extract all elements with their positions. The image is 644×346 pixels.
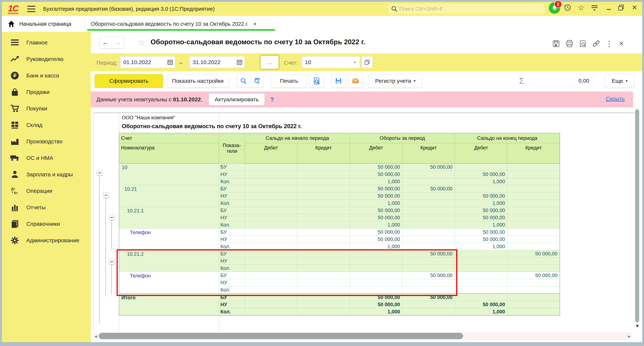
col-header-debit[interactable]: Дебет (245, 143, 297, 164)
value-cell[interactable] (508, 221, 560, 229)
value-cell[interactable] (297, 265, 350, 272)
value-cell[interactable] (297, 279, 350, 286)
calendar-icon[interactable] (165, 56, 175, 68)
tree-collapse-button[interactable] (109, 259, 114, 265)
hamburger-menu-icon[interactable] (27, 6, 36, 12)
value-cell[interactable] (297, 178, 350, 185)
value-cell[interactable] (297, 258, 350, 265)
value-cell[interactable]: 50 000,00 (350, 163, 402, 171)
value-cell[interactable]: 50 000,00 (350, 294, 402, 301)
value-cell[interactable]: 50 000,00 (350, 301, 402, 308)
scroll-down-icon[interactable]: ▼ (635, 324, 639, 329)
value-cell[interactable]: 50 000,00 (508, 250, 560, 258)
print-preview-button[interactable] (309, 74, 324, 88)
scroll-right-icon[interactable]: ▸ (628, 334, 630, 339)
help-icon[interactable]: ? (270, 96, 274, 103)
indicator-cell[interactable]: Кол. (219, 286, 245, 294)
period-picker-button[interactable]: ... (260, 55, 278, 69)
indicator-cell[interactable]: Кол. (219, 200, 245, 207)
indicator-cell[interactable]: Кол. (219, 308, 245, 316)
value-cell[interactable]: 50 000,00 (455, 301, 507, 308)
value-cell[interactable] (455, 286, 507, 294)
tab-home[interactable]: Начальная страница (2, 16, 85, 32)
value-cell[interactable] (297, 294, 350, 301)
restore-window-icon[interactable] (616, 2, 626, 12)
history-icon[interactable] (562, 2, 573, 12)
value-cell[interactable] (508, 178, 560, 185)
actualize-button[interactable]: Актуализировать (209, 93, 265, 106)
value-cell[interactable] (350, 258, 402, 265)
sidebar-item-3[interactable]: ₽Банк и касса (2, 68, 91, 83)
value-cell[interactable] (508, 308, 560, 316)
indicator-cell[interactable]: НУ (219, 301, 245, 308)
value-cell[interactable] (245, 185, 297, 192)
close-window-icon[interactable]: ✕ (630, 2, 640, 12)
value-cell[interactable] (297, 243, 350, 250)
value-cell[interactable] (350, 250, 402, 258)
indicator-cell[interactable]: НУ (219, 279, 245, 286)
value-cell[interactable] (350, 272, 402, 279)
value-cell[interactable] (455, 294, 507, 301)
account-name-cell[interactable]: 10.21.1 (119, 207, 219, 229)
value-cell[interactable] (508, 236, 560, 243)
sidebar-item-13[interactable]: Администрирование (2, 233, 91, 248)
value-cell[interactable]: 50 000,00 (455, 207, 507, 214)
sidebar-item-5[interactable]: Покупки (2, 101, 91, 116)
value-cell[interactable]: 1,000 (455, 221, 507, 229)
col-header-indicators[interactable]: Показа- тели (219, 133, 245, 163)
value-cell[interactable] (245, 250, 297, 258)
more-actions-icon[interactable]: ⋮ (604, 39, 614, 48)
value-cell[interactable] (508, 301, 560, 308)
value-cell[interactable] (297, 308, 350, 316)
notifications-bell-icon[interactable]: 2 (548, 1, 561, 14)
value-cell[interactable] (245, 163, 297, 171)
value-cell[interactable] (245, 221, 297, 229)
value-cell[interactable] (297, 272, 350, 279)
value-cell[interactable] (402, 178, 455, 185)
value-cell[interactable] (350, 279, 402, 286)
value-cell[interactable] (402, 265, 455, 272)
value-cell[interactable] (508, 207, 560, 214)
value-cell[interactable]: 50 000,00 (455, 192, 507, 200)
value-cell[interactable]: 50 000,00 (402, 163, 455, 171)
account-input[interactable]: 10 ▾ (302, 56, 360, 68)
sidebar-item-4[interactable]: Продажи (2, 85, 91, 99)
value-cell[interactable]: 50 000,00 (455, 214, 507, 221)
favorites-star-icon[interactable]: ☆ (576, 2, 586, 12)
value-cell[interactable] (402, 301, 455, 308)
indicator-cell[interactable]: НУ (219, 236, 245, 243)
indicator-cell[interactable]: НУ (219, 258, 245, 265)
tree-collapse-button[interactable] (103, 192, 109, 198)
value-cell[interactable] (402, 207, 455, 214)
horizontal-scrollbar[interactable] (94, 332, 633, 340)
value-cell[interactable] (402, 200, 455, 207)
indicator-cell[interactable]: Кол. (219, 221, 245, 229)
indicator-cell[interactable]: БУ (219, 207, 245, 214)
value-cell[interactable] (508, 258, 560, 265)
value-cell[interactable] (245, 265, 297, 272)
account-name-cell[interactable]: 10.21.2 (119, 250, 219, 272)
value-cell[interactable] (508, 229, 560, 236)
value-cell[interactable] (245, 286, 297, 294)
value-cell[interactable] (297, 286, 350, 294)
value-cell[interactable] (297, 192, 350, 200)
value-cell[interactable] (508, 185, 560, 192)
get-link-icon[interactable] (591, 39, 601, 48)
value-cell[interactable] (508, 243, 560, 250)
tree-collapse-button[interactable] (97, 170, 102, 176)
value-cell[interactable] (402, 236, 455, 243)
find-icon[interactable] (237, 74, 250, 88)
value-cell[interactable]: 50 000,00 (350, 214, 402, 221)
value-cell[interactable] (508, 171, 560, 178)
find-next-icon[interactable] (250, 74, 264, 88)
value-cell[interactable]: 50 000,00 (508, 272, 560, 279)
value-cell[interactable]: 50 000,00 (350, 229, 402, 236)
value-cell[interactable] (508, 200, 560, 207)
hide-warning-link[interactable]: Скрыть (606, 96, 625, 102)
value-cell[interactable] (245, 279, 297, 286)
col-header-account[interactable]: Счет (119, 133, 219, 143)
value-cell[interactable] (245, 207, 297, 214)
open-list-icon[interactable] (362, 56, 372, 68)
total-cell[interactable]: Итого (119, 294, 219, 316)
value-cell[interactable] (297, 163, 350, 171)
